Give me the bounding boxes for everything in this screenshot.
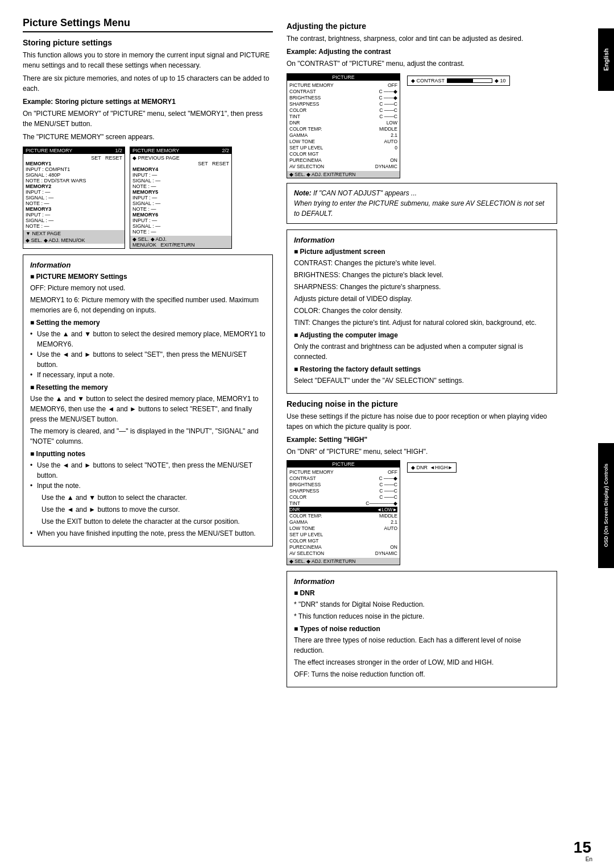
pic-nav-text: ◆ SEL. ◆ ADJ. EXIT/RETURN (289, 172, 356, 177)
list-item: If necessary, input a note. (30, 370, 265, 380)
page-title: Picture Settings Menu (23, 17, 273, 32)
pic-row: CONTRASTC ——◆ (289, 475, 397, 481)
pic-row: PURECINEMAON (289, 157, 397, 163)
mem-cell: SET RESET (91, 155, 122, 161)
restoring-title: Restoring the factory default settings (294, 365, 550, 373)
mem-row: SET RESET (132, 161, 229, 166)
pic-row: AV SELECTIONDYNAMIC (289, 164, 397, 169)
dnr-value: ◄HIGH► (430, 465, 453, 470)
storing-p1: This function allows you to store in mem… (23, 50, 273, 70)
pic-row: AV SELECTIONDYNAMIC (289, 550, 397, 556)
pic-adj-item-2: SHARPNESS: Changes the picture's sharpne… (294, 282, 550, 292)
memory-screen-1: PICTURE MEMORY 1/2 SET RESET MEMORY1 INP… (23, 147, 125, 249)
inputting-sub2: Use the ◄ and ► buttons to move the curs… (30, 504, 265, 515)
inputting-notes-list: Use the ◄ and ► buttons to select "NOTE"… (30, 460, 265, 491)
example-high: Example: Setting "HIGH" (287, 435, 557, 445)
inputting-sub1: Use the ▲ and ▼ button to select the cha… (30, 493, 265, 503)
adj-computer-title: Adjusting the computer image (294, 331, 550, 339)
contrast-bar-fill (447, 79, 473, 82)
mem-cell: ◆ PREVIOUS PAGE (132, 155, 180, 161)
dnr-header: PICTURE (287, 461, 400, 468)
picture-memory-section-title: PICTURE MEMORY Settings (30, 273, 265, 281)
contrast-p1: On "CONTRAST" of "PICTURE" menu, adjust … (287, 59, 557, 69)
mem-screen-2-page: 2/2 (222, 148, 229, 153)
picture-memory-text1: OFF: Picture memory not used. (30, 283, 265, 293)
mem-row: SIGNAL : — (132, 201, 229, 206)
pic-row: SHARPNESSC ——C (289, 488, 397, 494)
info-title-2: Information (294, 236, 550, 244)
pic-row: LOW TONEAUTO (289, 139, 397, 144)
mem-nav-text: ▼ NEXT PAGE (26, 231, 61, 236)
pic-body: PICTURE MEMORYOFF CONTRASTC ——◆ BRIGHTNE… (287, 81, 400, 171)
mem-screen-1-title: PICTURE MEMORY (26, 148, 72, 153)
storing-p4: The "PICTURE MEMORY" screen appears. (23, 132, 273, 142)
info-title: Information (30, 261, 265, 269)
setting-memory-title: Setting the memory (30, 319, 265, 327)
mem-row: MEMORY2 (26, 183, 122, 189)
mem-cell: NOTE : — (132, 206, 156, 212)
pic-row: CONTRASTC ——◆ (289, 89, 397, 94)
dnr-nav: ◆ SEL. ◆ ADJ. EXIT/RETURN (287, 558, 400, 565)
dnr-body: PICTURE MEMORYOFF CONTRASTC ——◆ BRIGHTNE… (287, 468, 400, 558)
pic-adj-item-0: CONTRAST: Changes the picture's white le… (294, 258, 550, 268)
adjusting-picture-p1: The contrast, brightness, sharpness, col… (287, 34, 557, 44)
dnr-screens: PICTURE PICTURE MEMORYOFF CONTRASTC ——◆ … (287, 460, 557, 565)
list-item: Input the note. (30, 481, 265, 491)
mem-cell: SIGNAL : — (132, 178, 160, 183)
mem-cell: SIGNAL : — (132, 201, 160, 206)
types-p1: There are three types of noise reduction… (294, 635, 550, 656)
contrast-display-area: ◆ CONTRAST ◆ 10 (407, 73, 510, 86)
storing-p3: On "PICTURE MEMORY" of "PICTURE" menu, s… (23, 108, 273, 129)
mem-screen-1-body: SET RESET MEMORY1 INPUT : COMPNT1 SIGNAL… (23, 154, 125, 230)
english-tab-label: English (603, 48, 609, 71)
resetting-memory-title: Resetting the memory (30, 383, 265, 391)
adjusting-picture-title: Adjusting the picture (287, 22, 557, 31)
dnr-label: ◆ DNR (411, 465, 428, 470)
mem-cell: MEMORY2 (26, 183, 51, 189)
mem-cell: INPUT : — (132, 195, 157, 201)
mem-row: NOTE : — (132, 229, 229, 235)
mem-screen-2-body: ◆ PREVIOUS PAGE SET RESET MEMORY4 INPUT … (130, 154, 231, 236)
pic-row: BRIGHTNESSC ——◆ (289, 95, 397, 101)
mem-row: INPUT : — (132, 218, 229, 223)
memory-screens: PICTURE MEMORY 1/2 SET RESET MEMORY1 INP… (23, 147, 273, 249)
contrast-value: ◆ 10 (495, 78, 506, 84)
pic-adj-item-5: TINT: Changes the picture's tint. Adjust… (294, 318, 550, 328)
mem-controls-1: ◆ SEL. ◆ ADJ. MENU/OK (23, 237, 125, 244)
mem-row: MEMORY3 (26, 206, 122, 212)
list-item: Use the ▲ and ▼ button to select the des… (30, 329, 265, 349)
mem-row: ◆ PREVIOUS PAGE (132, 155, 229, 161)
pic-row-highlight: DNR◄LOW► (289, 507, 397, 512)
mem-cell: MEMORY5 (132, 189, 158, 195)
adj-computer-text: Only the contrast and brightness can be … (294, 341, 550, 362)
dnr-display: ◆ DNR ◄HIGH► (407, 462, 457, 473)
pic-adj-item-1: BRIGHTNESS: Changes the picture's black … (294, 270, 550, 280)
mem-cell: NOTE : — (26, 201, 49, 206)
mem-row: INPUT : — (132, 172, 229, 178)
mem-cell: SIGNAL : — (26, 218, 53, 223)
mem-screen-2-title: PICTURE MEMORY (132, 148, 179, 153)
reducing-noise-p1: Use these settings if the picture has no… (287, 411, 557, 432)
list-item: When you have finished inputting the not… (30, 528, 265, 539)
reducing-noise-title: Reducing noise in the picture (287, 399, 557, 408)
mem-row: SIGNAL : 480P (26, 172, 122, 178)
mem-cell: INPUT : — (132, 218, 157, 223)
dnr-display-area: ◆ DNR ◄HIGH► (407, 460, 457, 473)
mem-controls-text: ◆ SEL. ◆ ADJ. MENU/OK (26, 237, 85, 243)
pic-row: COLOR MGT (289, 151, 397, 157)
types-title: Types of noise reduction (294, 625, 550, 633)
mem-screen-2-header: PICTURE MEMORY 2/2 (130, 147, 231, 154)
mem-cell: INPUT : — (132, 172, 157, 178)
storing-title: Storing picture settings (23, 38, 273, 47)
mem-cell: NOTE : — (132, 183, 156, 189)
pic-row: BRIGHTNESSC ——C (289, 482, 397, 487)
pic-row: GAMMA2.1 (289, 519, 397, 525)
mem-row: MEMORY1 (26, 161, 122, 166)
mem-cell: MEMORY4 (132, 166, 158, 172)
mem-row: SIGNAL : — (132, 178, 229, 183)
pic-row: TINTC—————◆ (289, 500, 397, 506)
picture-menu-screen: PICTURE PICTURE MEMORYOFF CONTRASTC ——◆ … (287, 73, 400, 178)
pic-row: PICTURE MEMORYOFF (289, 82, 397, 88)
resetting-memory-text1: Use the ▲ and ▼ button to select the des… (30, 394, 265, 424)
inputting-notes-list2: When you have finished inputting the not… (30, 528, 265, 539)
